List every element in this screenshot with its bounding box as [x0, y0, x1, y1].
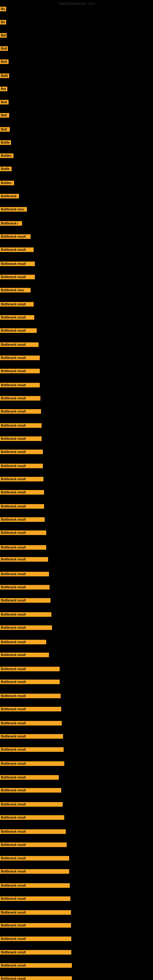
- bar-label: Bott: [0, 59, 9, 64]
- bar-item: Bottleneck r: [0, 221, 22, 227]
- bar-item: Bottleneck result: [0, 275, 35, 280]
- bar-label: Bottleneck result: [0, 652, 49, 657]
- bar-item: Bottlen: [0, 181, 14, 186]
- bar-label: Bottleneck result: [0, 612, 51, 617]
- bar-item: Bottleneck result: [0, 302, 33, 308]
- bar-label: Bottleneck result: [0, 694, 61, 698]
- bar-label: Bottleneck result: [0, 843, 67, 847]
- bar-label: Bottleneck result: [0, 707, 61, 711]
- bar-item: Bottleneck result: [0, 843, 67, 848]
- bar-item: Bottleneck result: [0, 856, 69, 862]
- bar-item: Bottleneck result: [0, 694, 61, 700]
- bar-label: Bottlen: [0, 153, 13, 158]
- bar-item: Bottleneck result: [0, 530, 46, 536]
- bar-item: Bottleneck result: [0, 815, 64, 821]
- bar-label: Bottleneck result: [0, 625, 52, 630]
- bar-item: Bott: [0, 46, 8, 52]
- bar-label: Bottleneck result: [0, 490, 44, 495]
- bar-item: Bottleneck result: [0, 802, 63, 808]
- bar-label: Bottl: [0, 73, 9, 78]
- bar-item: Bottleneck result: [0, 342, 38, 348]
- bar-label: Bottleneck result: [0, 747, 64, 752]
- bar-label: Bott: [0, 46, 8, 51]
- bar-label: Bottleneck result: [0, 815, 64, 820]
- bar-item: Bottleneck result: [0, 234, 30, 240]
- bar-item: Bottleneck result: [0, 504, 44, 510]
- bar-label: Bott: [0, 113, 9, 118]
- bar-label: Bottle: [0, 140, 11, 145]
- bar-label: Bottleneck result: [0, 477, 43, 481]
- bar-label: Bottleneck result: [0, 315, 34, 320]
- bar-item: Bottleneck result: [0, 707, 61, 713]
- bar-item: Bottleneck result: [0, 829, 66, 835]
- bar-label: Bottleneck result: [0, 667, 60, 671]
- bar-item: Bottleneck: [0, 194, 19, 200]
- bar-label: Bottleneck result: [0, 976, 72, 980]
- bar-item: Bottleneck result: [0, 477, 43, 483]
- bar-label: Bottleneck result: [0, 585, 49, 590]
- bar-item: Bottleneck result: [0, 788, 61, 794]
- bar-item: Bottlen: [0, 153, 13, 159]
- bar-label: Bottleneck result: [0, 598, 51, 603]
- bar-label: Bo: [0, 7, 6, 11]
- bar-label: Bottleneck resu: [0, 207, 27, 212]
- bar-item: Bott: [0, 59, 9, 65]
- bar-item: Bottleneck result: [0, 950, 71, 956]
- bar-label: Bottleneck result: [0, 409, 41, 414]
- bar-item: Bottleneck result: [0, 679, 60, 686]
- bar-label: Bottleneck result: [0, 896, 70, 901]
- bar-item: Bottleneck result: [0, 937, 71, 942]
- bar-item: Bottleneck result: [0, 356, 40, 361]
- bar-item: Bottleneck result: [0, 598, 51, 604]
- bar-item: Bottleneck result: [0, 721, 62, 727]
- bar-label: Bottleneck result: [0, 829, 66, 834]
- bar-label: Bottleneck result: [0, 788, 61, 792]
- bar-label: Bottleneck result: [0, 572, 49, 576]
- bar-label: Bottleneck result: [0, 883, 70, 888]
- bar-label: Bottleneck result: [0, 963, 72, 968]
- bar-item: Bottleneck result: [0, 369, 40, 375]
- bar-item: Bottleneck result: [0, 557, 48, 563]
- bar-label: Bottleneck result: [0, 436, 41, 441]
- bar-label: Bottle: [0, 167, 12, 171]
- bar-item: Bottleneck result: [0, 545, 46, 551]
- bar-label: Bottleneck result: [0, 923, 71, 928]
- bar-item: Bottle: [0, 167, 12, 172]
- bar-item: Bottleneck result: [0, 869, 69, 875]
- bar-label: Bottleneck result: [0, 869, 69, 874]
- bar-label: Bottleneck result: [0, 247, 33, 252]
- bar-label: Bottleneck r: [0, 221, 22, 226]
- bar-item: Bottleneck result: [0, 517, 45, 523]
- bar-item: Bottleneck result: [0, 464, 43, 469]
- bar-item: Bottleneck result: [0, 761, 64, 767]
- bar-item: Bottleneck result: [0, 436, 41, 442]
- bar-item: Bottleneck result: [0, 883, 70, 889]
- bar-item: Bottleneck result: [0, 896, 70, 902]
- bar-item: Bottleneck result: [0, 910, 71, 916]
- bar-label: Bottleneck result: [0, 302, 33, 307]
- bar-item: Bottleneck result: [0, 667, 60, 673]
- bar-label: Bottleneck result: [0, 423, 41, 428]
- bar-item: Bottleneck result: [0, 383, 40, 389]
- bar-item: Bottleneck result: [0, 261, 35, 267]
- bar-item: Bot: [0, 87, 7, 92]
- bar-item: Bottleneck result: [0, 640, 46, 646]
- bar-item: Bottleneck resu: [0, 288, 30, 294]
- bar-label: Bottleneck result: [0, 775, 59, 780]
- bar-label: Bottleneck result: [0, 356, 40, 360]
- bar-label: Bottleneck result: [0, 234, 30, 239]
- bar-item: Bottleneck result: [0, 247, 33, 253]
- bar-item: Bott: [0, 100, 9, 106]
- bar-item: Bo: [0, 7, 6, 13]
- bar-label: Bottleneck result: [0, 761, 64, 766]
- bar-item: Bott: [0, 127, 10, 133]
- bar-item: Bottleneck result: [0, 572, 49, 578]
- bar-item: Bottleneck result: [0, 315, 34, 321]
- bar-label: Bott: [0, 127, 10, 132]
- bar-item: Bott: [0, 113, 9, 119]
- bar-label: Bot: [0, 33, 7, 38]
- bar-label: Bottleneck result: [0, 450, 43, 454]
- bar-label: Bottleneck result: [0, 396, 40, 401]
- bar-label: Bottleneck result: [0, 950, 71, 955]
- bar-item: Bottleneck result: [0, 652, 49, 659]
